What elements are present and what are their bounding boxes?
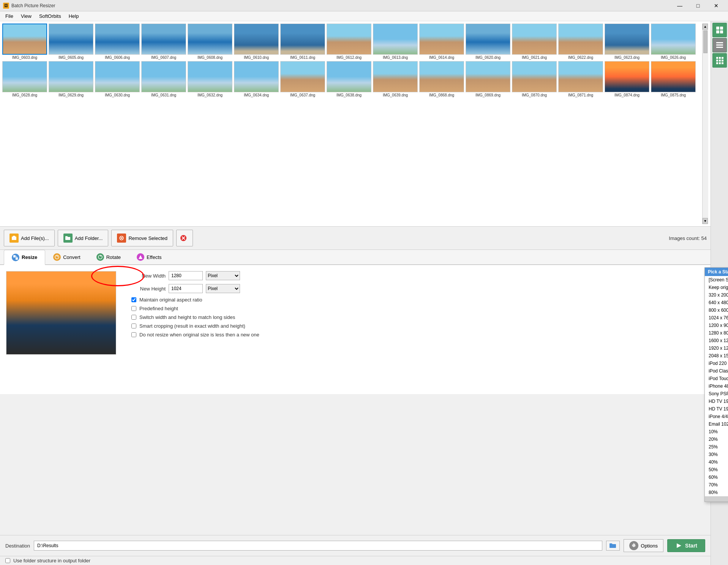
vertical-scrollbar[interactable]: ▲ ▼ [702,24,708,224]
add-files-button[interactable]: Add File(s)... [4,230,55,246]
standard-size-dropdown[interactable]: Pick a Standard Size ▲ [Screen Size] - 1… [704,267,728,502]
menu-view[interactable]: View [17,12,35,20]
image-item[interactable]: IMG_0631.dng [141,61,186,97]
dropdown-item[interactable]: 2048 x 1536 [705,352,728,360]
dropdown-item[interactable]: 1200 x 900 [705,322,728,329]
menu-softorbits[interactable]: SoftOrbits [35,12,65,20]
image-item[interactable]: IMG_0622.dng [558,24,603,60]
dropdown-item[interactable]: 1280 x 800 [705,329,728,337]
image-item[interactable]: IMG_0626.dng [651,24,696,60]
image-item[interactable]: IMG_0623.dng [605,24,649,60]
sidebar-list-button[interactable] [712,38,727,52]
dropdown-item[interactable]: HD TV 1920 x 1080 [705,405,728,413]
dropdown-item[interactable]: 40% [705,458,728,466]
image-item[interactable]: IMG_0639.dng [373,61,418,97]
dropdown-item[interactable]: iPod 220 x 176 [705,360,728,367]
image-item[interactable]: IMG_0611.dng [280,24,325,60]
sidebar-thumbnails-button[interactable] [712,23,727,37]
image-item[interactable]: IMG_0605.dng [49,24,93,60]
dropdown-item[interactable]: 1024 x 768 [705,314,728,322]
image-item[interactable]: IMG_0608.dng [188,24,232,60]
options-button[interactable]: Options [624,539,663,552]
dropdown-item[interactable]: Sony PSP 480 x 272 [705,390,728,398]
start-button[interactable]: Start [667,539,705,552]
dropdown-item[interactable]: 60% [705,473,728,481]
new-height-input[interactable] [169,284,203,293]
dropdown-item[interactable]: 1600 x 1200 [705,337,728,344]
tab-effects[interactable]: Effects [129,250,170,264]
dropdown-item[interactable]: iPone 4/4S 960 x 640 [705,413,728,420]
image-item[interactable]: IMG_0637.dng [280,61,325,97]
dropdown-item[interactable]: iPod Touch 480 x 320 [705,375,728,382]
scroll-down-btn[interactable]: ▼ [703,218,708,224]
image-item[interactable]: IMG_0634.dng [234,61,279,97]
image-item[interactable]: IMG_0869.dng [466,61,510,97]
minimize-button[interactable]: — [671,0,689,11]
image-item[interactable]: IMG_0630.dng [95,61,140,97]
add-folder-label: Add Folder... [75,235,103,241]
dropdown-item[interactable]: 30% [705,451,728,458]
image-item[interactable]: IMG_0871.dng [558,61,603,97]
no-resize-checkbox[interactable] [131,332,136,337]
dropdown-item[interactable]: 10% [705,428,728,436]
predefined-height-checkbox[interactable] [131,306,136,311]
tab-resize[interactable]: Resize [4,250,45,265]
destination-input[interactable] [34,541,602,551]
dropdown-item[interactable]: 320 x 200 [705,291,728,299]
new-width-input[interactable] [169,271,203,280]
image-item[interactable]: IMG_0606.dng [95,24,140,60]
image-label: IMG_0605.dng [58,55,84,60]
smart-crop-checkbox[interactable] [131,324,136,328]
dropdown-item[interactable]: iPod Classic/Nano 320 x 240 [705,367,728,375]
image-item[interactable]: IMG_0868.dng [419,61,464,97]
image-item[interactable]: IMG_0603.dng [2,24,47,60]
tab-convert[interactable]: Convert [45,250,88,264]
image-item[interactable]: IMG_0607.dng [141,24,186,60]
dropdown-item[interactable]: 80% [705,489,728,496]
image-item[interactable]: IMG_0628.dng [2,61,47,97]
image-item[interactable]: IMG_0632.dng [188,61,232,97]
maximize-button[interactable]: □ [689,0,707,11]
image-item[interactable]: IMG_0875.dng [651,61,696,97]
clear-button[interactable] [176,230,193,246]
remove-selected-button[interactable]: Remove Selected [111,230,173,246]
dropdown-item[interactable]: 20% [705,436,728,443]
image-item[interactable]: IMG_0614.dng [419,24,464,60]
width-unit-select[interactable]: Pixel % [206,271,240,280]
image-label: IMG_0612.dng [336,55,362,60]
image-item[interactable]: IMG_0870.dng [512,61,557,97]
height-unit-select[interactable]: Pixel % [206,284,240,293]
image-grid-container[interactable]: IMG_0603.dngIMG_0605.dngIMG_0606.dngIMG_… [0,21,711,226]
tab-rotate[interactable]: Rotate [88,250,129,264]
dropdown-item[interactable]: iPhone 480 x 320 [705,382,728,390]
dropdown-item[interactable]: Email 1024 x 768 [705,420,728,428]
image-item[interactable]: IMG_0874.dng [605,61,649,97]
image-item[interactable]: IMG_0610.dng [234,24,279,60]
dropdown-item[interactable]: 70% [705,481,728,489]
image-item[interactable]: IMG_0612.dng [327,24,371,60]
image-item[interactable]: IMG_0629.dng [49,61,93,97]
maintain-aspect-checkbox[interactable] [131,297,136,302]
image-item[interactable]: IMG_0620.dng [466,24,510,60]
switch-wh-checkbox[interactable] [131,315,136,320]
image-item[interactable]: IMG_0638.dng [327,61,371,97]
dropdown-item[interactable]: 25% [705,443,728,451]
image-item[interactable]: IMG_0621.dng [512,24,557,60]
dropdown-item[interactable]: 50% [705,466,728,473]
dropdown-item[interactable]: 1920 x 1200 [705,344,728,352]
add-folder-button[interactable]: Add Folder... [58,230,109,246]
dropdown-item[interactable]: Keep original size [705,284,728,291]
use-folder-structure-checkbox[interactable] [5,558,10,563]
browse-destination-button[interactable] [606,541,620,551]
scroll-up-btn[interactable]: ▲ [703,24,708,30]
dropdown-item[interactable]: HD TV 1920 x 720 [705,398,728,405]
scroll-thumb[interactable] [703,30,707,53]
dropdown-item[interactable]: 800 x 600 [705,306,728,314]
dropdown-item[interactable]: 640 x 480 [705,299,728,306]
dropdown-item[interactable]: [Screen Size] - 1920x1080 [705,276,728,284]
menu-file[interactable]: File [2,12,17,20]
image-item[interactable]: IMG_0613.dng [373,24,418,60]
close-button[interactable]: ✕ [707,0,725,11]
sidebar-grid-button[interactable] [712,53,727,68]
menu-help[interactable]: Help [65,12,83,20]
